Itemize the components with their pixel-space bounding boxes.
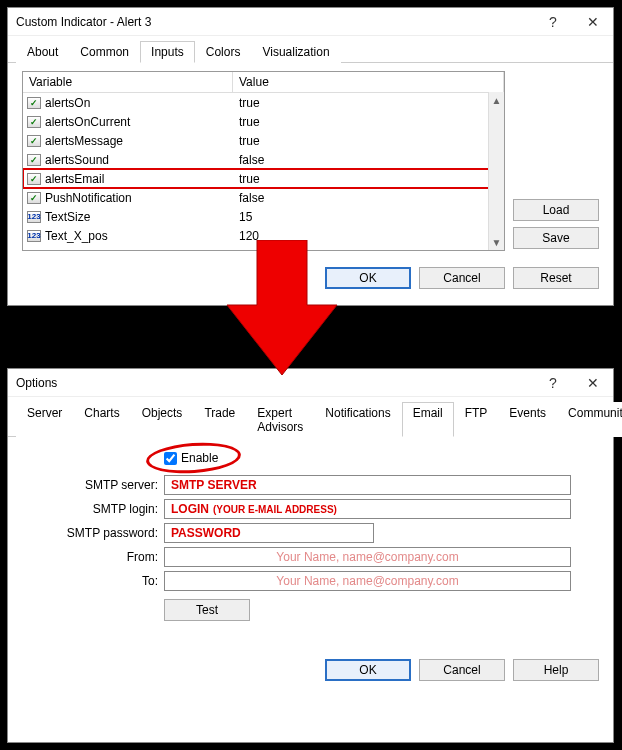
load-button[interactable]: Load — [513, 199, 599, 221]
smtp-login-label: SMTP login: — [22, 502, 164, 516]
to-field[interactable]: Your Name, name@company.com — [164, 571, 571, 591]
table-row[interactable]: ✓alertsOntrue — [23, 93, 504, 112]
smtp-password-label: SMTP password: — [22, 526, 164, 540]
int-type-icon: 123 — [27, 230, 41, 242]
tab-colors[interactable]: Colors — [195, 41, 252, 63]
bool-type-icon: ✓ — [27, 116, 41, 128]
titlebar: Custom Indicator - Alert 3 ? ✕ — [8, 8, 613, 36]
save-button[interactable]: Save — [513, 227, 599, 249]
variable-value[interactable]: true — [233, 96, 504, 110]
variable-value[interactable]: true — [233, 115, 504, 129]
tab-ftp[interactable]: FTP — [454, 402, 499, 437]
variable-value[interactable]: true — [233, 134, 504, 148]
to-label: To: — [22, 574, 164, 588]
smtp-server-field[interactable]: SMTP SERVER — [164, 475, 571, 495]
variable-name: alertsMessage — [45, 134, 123, 148]
tab-events[interactable]: Events — [498, 402, 557, 437]
help-icon[interactable]: ? — [533, 8, 573, 36]
table-row[interactable]: ✓alertsOnCurrenttrue — [23, 112, 504, 131]
smtp-server-label: SMTP server: — [22, 478, 164, 492]
cancel-button[interactable]: Cancel — [419, 267, 505, 289]
dialog-title: Custom Indicator - Alert 3 — [16, 15, 533, 29]
variable-value[interactable]: true — [233, 172, 504, 186]
scrollbar[interactable]: ▲ ▼ — [488, 92, 504, 250]
smtp-login-field[interactable]: LOGIN (YOUR E-MAIL ADDRESS) — [164, 499, 571, 519]
ok-button[interactable]: OK — [325, 659, 411, 681]
tab-inputs[interactable]: Inputs — [140, 41, 195, 63]
variable-name: alertsOnCurrent — [45, 115, 130, 129]
table-row[interactable]: ✓alertsMessagetrue — [23, 131, 504, 150]
tab-server[interactable]: Server — [16, 402, 73, 437]
tab-community[interactable]: Community — [557, 402, 622, 437]
bool-type-icon: ✓ — [27, 192, 41, 204]
tab-notifications[interactable]: Notifications — [314, 402, 401, 437]
variable-name: alertsEmail — [45, 172, 104, 186]
close-icon[interactable]: ✕ — [573, 369, 613, 397]
reset-button[interactable]: Reset — [513, 267, 599, 289]
bool-type-icon: ✓ — [27, 135, 41, 147]
scroll-up-icon[interactable]: ▲ — [489, 92, 504, 108]
help-icon[interactable]: ? — [533, 369, 573, 397]
from-field[interactable]: Your Name, name@company.com — [164, 547, 571, 567]
variable-name: Text_X_pos — [45, 229, 108, 243]
help-button[interactable]: Help — [513, 659, 599, 681]
variable-value[interactable]: false — [233, 191, 504, 205]
close-icon[interactable]: ✕ — [573, 8, 613, 36]
variable-name: alertsSound — [45, 153, 109, 167]
inputs-grid[interactable]: Variable Value ✓alertsOntrue✓alertsOnCur… — [22, 71, 505, 251]
scroll-down-icon[interactable]: ▼ — [489, 234, 504, 250]
from-label: From: — [22, 550, 164, 564]
annotation-arrow-icon — [222, 240, 342, 380]
smtp-login-value: LOGIN — [171, 502, 209, 516]
smtp-password-field[interactable]: PASSWORD — [164, 523, 374, 543]
col-value[interactable]: Value — [233, 72, 504, 92]
enable-label: Enable — [181, 451, 218, 465]
bool-type-icon: ✓ — [27, 154, 41, 166]
cancel-button[interactable]: Cancel — [419, 659, 505, 681]
table-row[interactable]: ✓PushNotificationfalse — [23, 188, 504, 207]
tabstrip: AboutCommonInputsColorsVisualization — [8, 36, 613, 63]
bool-type-icon: ✓ — [27, 173, 41, 185]
tab-charts[interactable]: Charts — [73, 402, 130, 437]
svg-marker-0 — [227, 240, 337, 375]
test-button[interactable]: Test — [164, 599, 250, 621]
options-dialog: Options ? ✕ ServerChartsObjectsTradeExpe… — [7, 368, 614, 743]
tab-visualization[interactable]: Visualization — [251, 41, 340, 63]
table-row[interactable]: ✓alertsSoundfalse — [23, 150, 504, 169]
int-type-icon: 123 — [27, 211, 41, 223]
tab-trade[interactable]: Trade — [193, 402, 246, 437]
smtp-login-note: (YOUR E-MAIL ADDRESS) — [213, 504, 337, 515]
tab-common[interactable]: Common — [69, 41, 140, 63]
variable-value[interactable]: false — [233, 153, 504, 167]
grid-header: Variable Value — [23, 72, 504, 93]
tabstrip: ServerChartsObjectsTradeExpert AdvisorsN… — [8, 397, 613, 437]
tab-email[interactable]: Email — [402, 402, 454, 437]
bool-type-icon: ✓ — [27, 97, 41, 109]
tab-expert-advisors[interactable]: Expert Advisors — [246, 402, 314, 437]
variable-value[interactable]: 15 — [233, 210, 504, 224]
variable-name: TextSize — [45, 210, 90, 224]
col-variable[interactable]: Variable — [23, 72, 233, 92]
enable-checkbox[interactable] — [164, 452, 177, 465]
tab-objects[interactable]: Objects — [131, 402, 194, 437]
table-row[interactable]: 123TextSize15 — [23, 207, 504, 226]
variable-name: PushNotification — [45, 191, 132, 205]
variable-name: alertsOn — [45, 96, 90, 110]
tab-about[interactable]: About — [16, 41, 69, 63]
table-row[interactable]: ✓alertsEmailtrue — [23, 169, 504, 188]
